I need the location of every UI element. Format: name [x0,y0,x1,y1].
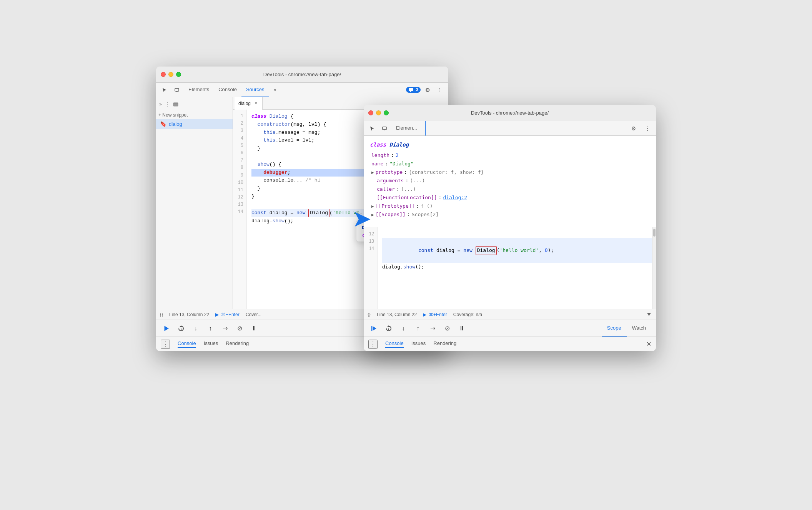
traffic-lights-2 [368,110,389,115]
settings-icon-1[interactable]: ⚙ [422,85,433,95]
settings-icon-2[interactable]: ⚙ [628,123,639,134]
tab-elements-2[interactable]: Elemen... [391,121,422,136]
close-bottom-2[interactable]: ✕ [646,340,651,348]
sidebar-options-1[interactable]: ⋮ [165,102,170,107]
step-into-btn-1[interactable]: ↓ [190,323,201,334]
tab-sources-1[interactable]: Sources [241,83,269,97]
prop-length: length: 2 [370,151,650,160]
devtools-body-2: class Dialog length: 2 name: "Dialog" ▶ … [364,136,656,309]
scrollbar-2[interactable] [652,227,656,309]
bottom-tab-rendering-2[interactable]: Rendering [433,340,456,348]
line-numbers-1: 12345 678910 11121314 [233,110,247,309]
inspector-panel: class Dialog length: 2 name: "Dialog" ▶ … [364,136,656,227]
editor-tab-dialog[interactable]: dialog ✕ [235,97,263,110]
svg-rect-7 [384,130,385,130]
main-toolbar-1: Elements Console Sources » 3 ⚙ ⋮ [156,83,448,97]
step-btn-2[interactable]: ⇒ [427,323,438,334]
main-toolbar-2: Elemen... ⚙ ⋮ [364,121,656,136]
cursor-icon[interactable] [159,85,170,95]
coverage-2: Coverage: n/a [453,312,482,317]
step-over-btn-1[interactable] [175,323,187,334]
braces-icon-2[interactable]: {} [368,312,371,317]
tab-elements-1[interactable]: Elements [184,83,214,97]
tab-console-1[interactable]: Console [214,83,241,97]
prop-scopes[interactable]: ▶ [[Scopes]]: Scopes[2] [370,210,650,219]
maximize-button-1[interactable] [176,72,181,77]
scope-tab-2[interactable]: Scope [602,320,627,337]
title-bar-2: DevTools - chrome://new-tab-page/ [364,105,656,121]
prop-prototype[interactable]: ▶ prototype: {constructor: f, show: f} [370,168,650,177]
deactivate-btn-2[interactable]: ⊘ [441,323,453,334]
tab-bar-2: Elemen... [391,121,426,136]
resume-btn-1[interactable] [161,323,172,334]
code-lines-2: const dialog = new Dialog('hello world',… [378,227,652,309]
bottom-tab-issues-2[interactable]: Issues [411,340,426,348]
devtools-window-2: DevTools - chrome://new-tab-page/ Elemen… [364,105,656,351]
bottom-tab-rendering-1[interactable]: Rendering [226,340,249,348]
sidebar-more-1[interactable]: » [159,102,162,107]
deactivate-btn-1[interactable]: ⊘ [234,323,245,334]
close-button-2[interactable] [368,110,373,115]
debug-toolbar-2: ↓ ↑ ⇒ ⊘ ⏸ Scope Watch [364,320,656,337]
tab-more-1[interactable]: » [269,83,281,97]
sidebar-file-dialog[interactable]: 🔖 dialog [156,119,233,129]
window-title-2: DevTools - chrome://new-tab-page/ [471,110,549,116]
position-2: Line 13, Column 22 [377,312,417,317]
step-out-btn-2[interactable]: ↑ [412,323,424,334]
step-out-btn-1[interactable]: ↑ [205,323,216,334]
tab-bar-1: Elements Console Sources » [184,83,281,97]
bottom-more-icon[interactable]: ⋮ [161,340,170,349]
filter-icon[interactable] [646,312,652,318]
close-button-1[interactable] [161,72,166,77]
right-side-icons: ⚙ ⋮ [628,123,653,134]
code-bottom-area: 12 13 14 const dialog = new Dialog('hell… [364,227,656,309]
maximize-button-2[interactable] [384,110,389,115]
chat-badge-1: 3 [406,87,421,93]
code-line-w2-13: const dialog = new Dialog('hello world',… [382,238,652,263]
status-bar-2: {} Line 13, Column 22 ▶ ⌘+Enter Coverage… [364,309,656,320]
svg-rect-1 [176,91,178,92]
bottom-tab-console-2[interactable]: Console [385,340,404,348]
run-btn-2[interactable]: ▶ ⌘+Enter [423,312,447,317]
run-btn-1[interactable]: ▶ ⌘+Enter [215,312,240,317]
device-icon[interactable] [171,85,182,95]
bottom-more-icon-2[interactable]: ⋮ [368,340,378,349]
position-1: Line 13, Column 22 [169,312,209,317]
svg-rect-0 [175,88,179,91]
step-over-btn-2[interactable] [383,323,394,334]
scene: DevTools - chrome://new-tab-page/ Elemen… [141,43,671,467]
minimize-button-1[interactable] [168,72,173,77]
device-icon-2[interactable] [379,123,390,134]
watch-tab-2[interactable]: Watch [627,320,651,337]
svg-marker-8 [373,326,376,331]
step-btn-1[interactable]: ⇒ [219,323,231,334]
resume-btn-2[interactable] [368,323,380,334]
traffic-lights-1 [161,72,181,77]
minimize-button-2[interactable] [376,110,381,115]
window-title-1: DevTools - chrome://new-tab-page/ [263,72,341,77]
pause-btn-1[interactable]: ⏸ [248,323,260,334]
bottom-tab-console-1[interactable]: Console [178,340,196,348]
snippet-folder-icon [173,101,179,107]
braces-icon-1[interactable]: {} [160,312,163,317]
pause-btn-2[interactable]: ⏸ [456,323,468,334]
prop-prototype2[interactable]: ▶ [[Prototype]]: f () [370,202,650,210]
prop-name: name: "Dialog" [370,160,650,168]
code-line-w2-12 [382,230,652,238]
new-snippet-btn[interactable]: + New snippet [156,111,233,119]
tab-more-2[interactable] [422,121,426,136]
sidebar-1: » ⋮ + New snippet 🔖 dialog [156,97,233,309]
more-icon-2[interactable]: ⋮ [642,123,653,134]
close-tab-icon[interactable]: ✕ [253,101,258,106]
step-into-btn-2[interactable]: ↓ [398,323,409,334]
more-icon-1[interactable]: ⋮ [434,85,445,95]
cursor-icon-2[interactable] [367,123,378,134]
prop-caller: caller: (...) [370,185,650,193]
title-bar-1: DevTools - chrome://new-tab-page/ [156,67,448,83]
scope-watch-tabs-2: Scope Watch [602,320,651,337]
code-line-w2-14: dialog.show(); [382,263,652,271]
prop-function-location: [[FunctionLocation]]: dialog:2 [370,193,650,202]
bottom-tab-issues-1[interactable]: Issues [204,340,218,348]
file-bookmark-icon: 🔖 [160,121,166,127]
line-numbers-2: 12 13 14 [364,227,378,309]
